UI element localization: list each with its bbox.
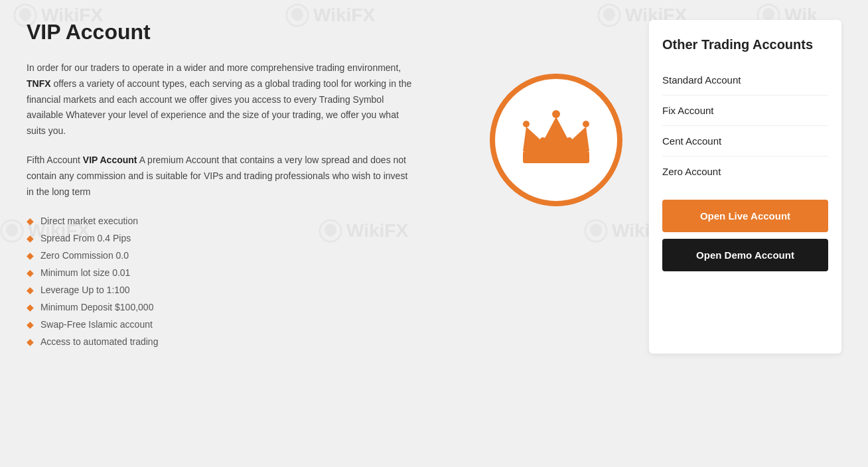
svg-point-10 xyxy=(583,121,589,127)
svg-point-12 xyxy=(567,137,572,143)
feature-text-2: Spread From 0.4 Pips xyxy=(40,233,131,243)
feature-item-1: ◆ Direct market execution xyxy=(27,216,417,226)
left-content: VIP Account In order for our traders to … xyxy=(27,20,622,354)
feature-text-3: Zero Commission 0.0 xyxy=(40,250,129,261)
feature-item-3: ◆ Zero Commission 0.0 xyxy=(27,250,417,261)
diamond-icon-6: ◆ xyxy=(27,302,34,312)
diamond-icon-5: ◆ xyxy=(27,285,34,295)
fifth-account-text: Fifth Account xyxy=(27,155,80,165)
cent-account-link[interactable]: Cent Account xyxy=(662,135,828,147)
diamond-icon-1: ◆ xyxy=(27,216,34,226)
diamond-icon-7: ◆ xyxy=(27,319,34,330)
brand-name: TNFX xyxy=(27,78,51,89)
diamond-icon-4: ◆ xyxy=(27,267,34,278)
feature-item-6: ◆ Minimum Deposit $100,000 xyxy=(27,302,417,312)
crown-svg xyxy=(513,103,599,176)
vip-description: Fifth Account VIP Account A premium Acco… xyxy=(27,153,417,200)
diamond-icon-8: ◆ xyxy=(27,336,34,347)
account-item-zero[interactable]: Zero Account xyxy=(662,157,828,186)
diamond-icon-3: ◆ xyxy=(27,250,34,261)
text-and-list: In order for our traders to operate in a… xyxy=(27,60,417,354)
feature-item-8: ◆ Access to automated trading xyxy=(27,336,417,347)
account-item-cent[interactable]: Cent Account xyxy=(662,126,828,157)
feature-item-2: ◆ Spread From 0.4 Pips xyxy=(27,233,417,243)
diamond-icon-2: ◆ xyxy=(27,233,34,243)
feature-text-8: Access to automated trading xyxy=(40,336,158,347)
right-sidebar: Other Trading Accounts Standard Account … xyxy=(649,20,841,354)
feature-item-5: ◆ Leverage Up to 1:100 xyxy=(27,285,417,295)
account-item-fix[interactable]: Fix Account xyxy=(662,96,828,126)
desc-text-1: In order for our traders to operate in a… xyxy=(27,62,401,73)
fix-account-link[interactable]: Fix Account xyxy=(662,105,828,116)
feature-text-7: Swap-Free Islamic account xyxy=(40,319,153,330)
page-title: VIP Account xyxy=(27,20,622,44)
standard-account-link[interactable]: Standard Account xyxy=(662,74,828,86)
feature-item-4: ◆ Minimum lot size 0.01 xyxy=(27,267,417,278)
feature-text-5: Leverage Up to 1:100 xyxy=(40,285,130,295)
account-links-list: Standard Account Fix Account Cent Accoun… xyxy=(662,65,828,186)
open-live-account-button[interactable]: Open Live Account xyxy=(662,200,828,232)
feature-item-7: ◆ Swap-Free Islamic account xyxy=(27,319,417,330)
description-paragraph: In order for our traders to operate in a… xyxy=(27,60,417,139)
vip-account-bold: VIP Account xyxy=(83,155,137,165)
open-demo-account-button[interactable]: Open Demo Account xyxy=(662,239,828,271)
sidebar-title: Other Trading Accounts xyxy=(662,36,828,53)
features-list: ◆ Direct market execution ◆ Spread From … xyxy=(27,216,417,347)
desc-text-2: offers a variety of account types, each … xyxy=(27,78,411,136)
zero-account-link[interactable]: Zero Account xyxy=(662,166,828,177)
feature-text-4: Minimum lot size 0.01 xyxy=(40,267,130,278)
svg-point-8 xyxy=(552,110,560,118)
account-item-standard[interactable]: Standard Account xyxy=(662,65,828,96)
svg-rect-7 xyxy=(523,151,589,163)
feature-text-6: Minimum Deposit $100,000 xyxy=(40,302,153,312)
feature-text-1: Direct market execution xyxy=(40,216,138,226)
crown-area xyxy=(490,74,622,354)
svg-point-9 xyxy=(523,121,530,127)
svg-point-11 xyxy=(540,137,545,143)
crown-circle xyxy=(490,74,622,206)
